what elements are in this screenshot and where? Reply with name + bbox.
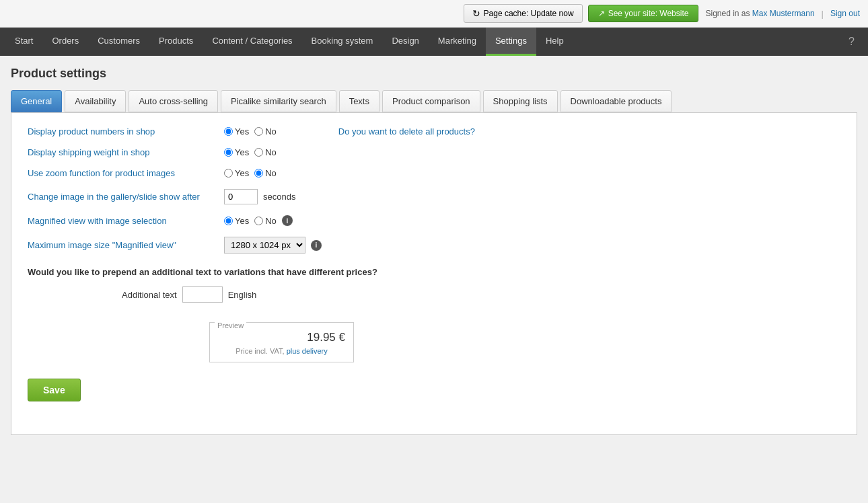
tab-auto-cross-selling[interactable]: Auto cross-selling xyxy=(129,90,218,112)
image-size-select[interactable]: 640 x 480 px 800 x 600 px 1024 x 768 px … xyxy=(224,237,305,254)
additional-text-label: Additional text xyxy=(122,290,177,300)
radio-magnified-no[interactable]: No xyxy=(254,216,277,226)
form-row-slideshow: Change image in the gallery/slide show a… xyxy=(28,189,840,204)
english-label: English xyxy=(228,290,257,300)
nav-products[interactable]: Products xyxy=(149,28,203,56)
radio-shipping-no[interactable]: No xyxy=(254,147,277,157)
tab-availability[interactable]: Availability xyxy=(65,90,126,112)
radio-magnified-yes-input[interactable] xyxy=(224,217,233,225)
image-size-group: 640 x 480 px 800 x 600 px 1024 x 768 px … xyxy=(224,237,322,254)
signed-in-text: Signed in as Max Mustermann xyxy=(705,9,814,18)
radio-shipping-weight: Yes No xyxy=(224,147,277,157)
tab-general[interactable]: General xyxy=(11,90,62,112)
page-title: Product settings xyxy=(11,67,857,81)
nav-customers[interactable]: Customers xyxy=(88,28,149,56)
variation-question: Would you like to prepend an additional … xyxy=(28,267,840,277)
top-bar-actions: ↻ Page cache: Update now ↗ See your site… xyxy=(464,4,699,23)
nav-help[interactable]: Help xyxy=(536,28,573,56)
radio-product-numbers-no-input[interactable] xyxy=(254,127,263,136)
save-btn-area: Save xyxy=(28,362,840,401)
form-row-shipping-weight: Display shipping weight in shop Yes No xyxy=(28,147,840,157)
radio-zoom-yes[interactable]: Yes xyxy=(224,168,249,178)
tab-picalike[interactable]: Picalike similarity search xyxy=(221,90,336,112)
slideshow-seconds-input[interactable] xyxy=(224,189,258,204)
preview-section: Preview 19.95 € Price incl. VAT, plus de… xyxy=(28,311,840,362)
nav-booking[interactable]: Booking system xyxy=(302,28,383,56)
tab-product-comparison[interactable]: Product comparison xyxy=(382,90,480,112)
nav-content[interactable]: Content / Categories xyxy=(203,28,301,56)
form-row-zoom: Use zoom function for product images Yes… xyxy=(28,168,840,178)
refresh-icon: ↻ xyxy=(472,8,480,19)
tab-shopping-lists[interactable]: Shopping lists xyxy=(483,90,558,112)
nav-marketing[interactable]: Marketing xyxy=(429,28,486,56)
delete-products-link[interactable]: Do you want to delete all products? xyxy=(338,126,475,137)
nav-orders[interactable]: Orders xyxy=(42,28,88,56)
radio-shipping-yes[interactable]: Yes xyxy=(224,147,249,157)
nav-settings[interactable]: Settings xyxy=(486,28,536,56)
field-max-image-label: Maximum image size "Magnified view" xyxy=(28,240,216,250)
radio-product-numbers-yes-input[interactable] xyxy=(224,127,233,136)
zoom-link[interactable]: zoom xyxy=(46,168,67,178)
radio-shipping-no-input[interactable] xyxy=(254,148,263,157)
radio-zoom-no[interactable]: No xyxy=(254,168,277,178)
radio-magnified-no-input[interactable] xyxy=(254,217,263,225)
tab-downloadable[interactable]: Downloadable products xyxy=(560,90,672,112)
page-cache-button[interactable]: ↻ Page cache: Update now xyxy=(464,4,583,23)
tabs: General Availability Auto cross-selling … xyxy=(11,90,857,112)
radio-zoom-no-input[interactable] xyxy=(254,169,263,178)
field-zoom-label: Use zoom function for product images xyxy=(28,168,216,178)
pipe-divider: | xyxy=(822,9,824,19)
nav-bar: Start Orders Customers Products Content … xyxy=(0,28,868,56)
radio-zoom: Yes No xyxy=(224,168,277,178)
field-product-numbers-label: Display product numbers in shop xyxy=(28,126,216,137)
tab-texts[interactable]: Texts xyxy=(339,90,379,112)
nav-start[interactable]: Start xyxy=(5,28,42,56)
preview-label: Preview xyxy=(215,321,246,330)
radio-zoom-yes-input[interactable] xyxy=(224,169,233,178)
field-slideshow-label: Change image in the gallery/slide show a… xyxy=(28,192,216,202)
see-site-button[interactable]: ↗ See your site: Website xyxy=(588,5,699,22)
radio-product-numbers: Yes No xyxy=(224,126,277,137)
settings-panel: Display product numbers in shop Yes No D… xyxy=(11,112,857,435)
plus-delivery-text: plus delivery xyxy=(287,347,328,355)
nav-help-area: ? xyxy=(840,36,863,48)
see-site-label: See your site: Website xyxy=(608,9,689,18)
form-row-max-image-size: Maximum image size "Magnified view" 640 … xyxy=(28,237,840,254)
signed-in-prefix: Signed in as xyxy=(705,9,750,18)
image-size-info-icon[interactable]: i xyxy=(311,240,322,251)
magnified-info-icon[interactable]: i xyxy=(282,215,293,226)
cache-btn-label: Page cache: Update now xyxy=(484,9,574,18)
radio-shipping-yes-input[interactable] xyxy=(224,148,233,157)
field-magnified-label: Magnified view with image selection xyxy=(28,216,216,226)
external-link-icon: ↗ xyxy=(598,9,605,18)
radio-product-numbers-no[interactable]: No xyxy=(254,126,277,137)
preview-wrapper: Preview 19.95 € Price incl. VAT, plus de… xyxy=(209,315,354,362)
preview-price: 19.95 € xyxy=(218,331,345,344)
radio-magnified: Yes No i xyxy=(224,215,293,226)
preview-vat-line: Price incl. VAT, plus delivery xyxy=(218,347,345,355)
radio-product-numbers-yes[interactable]: Yes xyxy=(224,126,249,137)
nav-design[interactable]: Design xyxy=(382,28,428,56)
price-text: Price incl. VAT, xyxy=(236,347,286,355)
radio-magnified-yes[interactable]: Yes xyxy=(224,216,249,226)
additional-text-input[interactable] xyxy=(182,286,223,303)
top-bar: ↻ Page cache: Update now ↗ See your site… xyxy=(0,0,868,28)
seconds-label: seconds xyxy=(263,192,295,202)
sign-out-link[interactable]: Sign out xyxy=(830,9,860,18)
form-row-product-numbers: Display product numbers in shop Yes No D… xyxy=(28,126,840,137)
field-shipping-weight-label: Display shipping weight in shop xyxy=(28,147,216,157)
slideshow-input-group: seconds xyxy=(224,189,295,204)
form-row-magnified: Magnified view with image selection Yes … xyxy=(28,215,840,226)
additional-text-row: Additional text English xyxy=(122,286,840,303)
save-button[interactable]: Save xyxy=(28,379,81,401)
page-content: Product settings General Availability Au… xyxy=(0,56,868,446)
user-name-link[interactable]: Max Mustermann xyxy=(752,9,815,18)
help-question-icon[interactable]: ? xyxy=(840,29,863,54)
